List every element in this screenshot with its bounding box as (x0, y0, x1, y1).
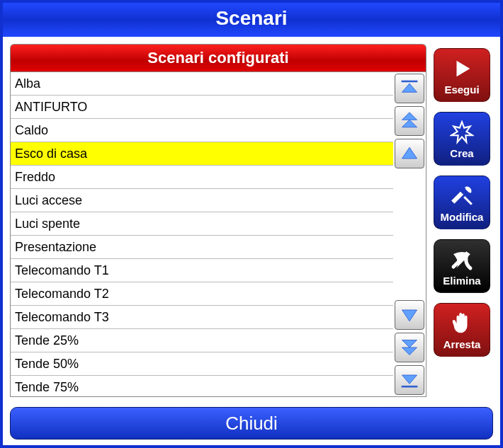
x-icon (451, 246, 473, 273)
list-header: Scenari configurati (10, 44, 426, 71)
svg-marker-11 (451, 122, 473, 142)
scenario-list-rows: AlbaANTIFURTOCaldoEsco di casaFreddoLuci… (11, 72, 393, 396)
list-item[interactable]: Caldo (11, 119, 393, 142)
star-icon (450, 119, 474, 146)
run-button[interactable]: Esegui (434, 48, 490, 102)
edit-label: Modifica (441, 211, 484, 223)
list-item[interactable]: Presentazione (11, 236, 393, 259)
scroll-up-button[interactable] (395, 139, 424, 168)
list-item[interactable]: Telecomando T2 (11, 282, 393, 306)
delete-button[interactable]: Elimina (434, 239, 490, 293)
window-title: Scenari (3, 3, 500, 37)
run-label: Esegui (444, 84, 479, 96)
list-item[interactable]: Tende 50% (11, 352, 393, 376)
svg-marker-4 (402, 147, 417, 159)
svg-marker-2 (402, 113, 417, 120)
create-button[interactable]: Crea (434, 112, 490, 166)
svg-rect-0 (402, 81, 418, 83)
scenario-list: AlbaANTIFURTOCaldoEsco di casaFreddoLuci… (10, 71, 426, 397)
list-item[interactable]: Tende 25% (11, 329, 393, 352)
list-item[interactable]: Telecomando T1 (11, 259, 393, 282)
list-item[interactable]: Esco di casa (11, 142, 393, 166)
svg-rect-9 (402, 386, 418, 388)
svg-marker-10 (457, 60, 470, 76)
svg-marker-7 (402, 348, 417, 355)
list-item[interactable]: Luci spente (11, 212, 393, 236)
stop-label: Arresta (443, 338, 481, 350)
list-item[interactable]: Tende 75% (11, 376, 393, 397)
scroll-column (393, 72, 426, 396)
action-buttons: Esegui Crea Modifica (434, 44, 493, 397)
list-item[interactable]: ANTIFURTO (11, 96, 393, 119)
svg-marker-1 (402, 84, 417, 92)
scroll-page-up-button[interactable] (395, 106, 424, 136)
stop-button[interactable]: Arresta (434, 303, 490, 357)
double-down-arrow-icon (400, 370, 419, 390)
close-button[interactable]: Chiudi (10, 407, 493, 440)
stacked-up-arrow-icon (400, 111, 419, 131)
scroll-bottom-button[interactable] (395, 365, 424, 395)
scroll-top-button[interactable] (395, 74, 424, 103)
svg-marker-5 (402, 310, 417, 321)
svg-marker-8 (402, 375, 417, 384)
scroll-down-button[interactable] (395, 300, 424, 330)
tools-icon (450, 183, 474, 209)
edit-button[interactable]: Modifica (434, 176, 490, 229)
svg-marker-3 (402, 120, 417, 127)
scenari-window: Scenari Scenari configurati AlbaANTIFURT… (0, 0, 503, 448)
list-item[interactable]: Luci accese (11, 189, 393, 212)
content-area: Scenari configurati AlbaANTIFURTOCaldoEs… (3, 37, 500, 397)
delete-label: Elimina (443, 275, 480, 287)
scroll-page-down-button[interactable] (395, 333, 424, 362)
list-item[interactable]: Freddo (11, 166, 393, 189)
create-label: Crea (450, 147, 473, 159)
hand-icon (451, 310, 473, 337)
list-item[interactable]: Telecomando T3 (11, 306, 393, 329)
close-label: Chiudi (225, 413, 278, 435)
play-icon (451, 55, 473, 82)
list-item[interactable]: Alba (11, 72, 393, 96)
down-arrow-icon (400, 305, 419, 325)
scenario-panel: Scenari configurati AlbaANTIFURTOCaldoEs… (10, 44, 426, 397)
stacked-down-arrow-icon (400, 338, 419, 357)
up-arrow-icon (400, 144, 419, 163)
double-up-arrow-icon (400, 79, 419, 98)
svg-marker-6 (402, 340, 417, 348)
